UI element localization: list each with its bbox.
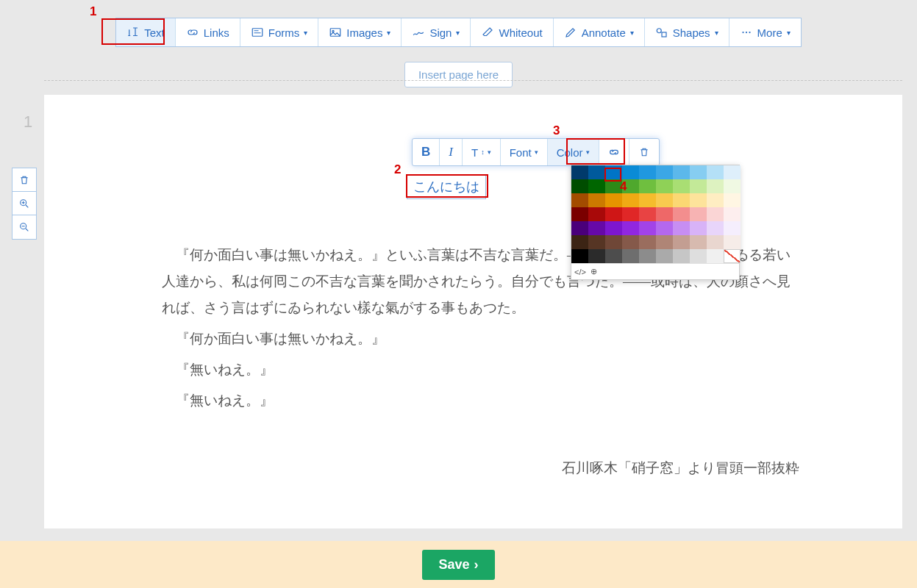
- color-swatch[interactable]: [673, 235, 690, 249]
- color-swatch[interactable]: [639, 221, 656, 235]
- toolbar-shapes[interactable]: Shapes ▾: [645, 18, 729, 46]
- color-swatch[interactable]: [588, 165, 605, 179]
- color-swatch[interactable]: [639, 165, 656, 179]
- color-swatch[interactable]: [588, 207, 605, 221]
- color-swatch[interactable]: [690, 235, 707, 249]
- doc-paragraph: 『何か面白い事は無いかねえ。』: [162, 326, 799, 352]
- color-swatch[interactable]: [724, 165, 741, 179]
- color-swatch[interactable]: [588, 193, 605, 207]
- color-swatch[interactable]: [622, 221, 639, 235]
- color-swatch[interactable]: [707, 193, 724, 207]
- color-swatch[interactable]: [673, 193, 690, 207]
- color-swatch[interactable]: [571, 179, 588, 193]
- toolbar-more[interactable]: More ▾: [729, 18, 801, 46]
- color-swatch[interactable]: [690, 165, 707, 179]
- color-swatch[interactable]: [571, 221, 588, 235]
- zoom-out-button[interactable]: [13, 215, 36, 239]
- color-swatch[interactable]: [639, 207, 656, 221]
- font-button[interactable]: Font▾: [501, 139, 548, 165]
- code-icon[interactable]: </>: [574, 268, 586, 276]
- color-swatch[interactable]: [622, 235, 639, 249]
- bold-button[interactable]: B: [413, 139, 440, 165]
- color-swatch[interactable]: [673, 207, 690, 221]
- color-swatch[interactable]: [571, 193, 588, 207]
- color-swatch[interactable]: [724, 221, 741, 235]
- color-swatch[interactable]: [656, 193, 673, 207]
- color-swatch[interactable]: [673, 165, 690, 179]
- color-swatch[interactable]: [639, 235, 656, 249]
- toolbar-sign[interactable]: Sign ▾: [402, 18, 471, 46]
- color-swatch[interactable]: [571, 165, 588, 179]
- color-swatch[interactable]: [605, 221, 622, 235]
- color-swatch[interactable]: [690, 179, 707, 193]
- dots-icon: [740, 26, 753, 39]
- color-swatch[interactable]: [656, 235, 673, 249]
- color-swatch[interactable]: [622, 165, 639, 179]
- inserted-text-box[interactable]: こんにちは: [407, 174, 486, 199]
- color-swatch[interactable]: [588, 179, 605, 193]
- text-size-button[interactable]: T↕▾: [463, 139, 501, 165]
- toolbar-images[interactable]: Images ▾: [318, 18, 402, 46]
- color-swatch[interactable]: [724, 235, 741, 249]
- color-swatch[interactable]: [605, 249, 622, 263]
- color-swatch[interactable]: [724, 193, 741, 207]
- svg-point-5: [742, 32, 743, 33]
- color-grid: [571, 165, 739, 263]
- color-swatch[interactable]: [605, 207, 622, 221]
- text-edit-icon: [126, 26, 140, 39]
- color-swatch[interactable]: [588, 235, 605, 249]
- color-swatch[interactable]: [707, 179, 724, 193]
- text-delete-button[interactable]: [629, 139, 659, 165]
- color-swatch[interactable]: [605, 235, 622, 249]
- caret-icon: ▾: [488, 148, 491, 156]
- color-button[interactable]: Color▾: [548, 139, 599, 165]
- color-swatch[interactable]: [622, 207, 639, 221]
- color-swatch[interactable]: [656, 165, 673, 179]
- color-swatch[interactable]: [605, 165, 622, 179]
- color-swatch[interactable]: [605, 193, 622, 207]
- color-swatch[interactable]: [673, 179, 690, 193]
- italic-button[interactable]: I: [440, 139, 463, 165]
- toolbar-whiteout[interactable]: Whiteout: [471, 18, 553, 46]
- color-swatch[interactable]: [724, 249, 741, 263]
- color-swatch[interactable]: [724, 207, 741, 221]
- color-swatch[interactable]: [707, 221, 724, 235]
- toolbar-links[interactable]: Links: [176, 18, 240, 46]
- color-swatch[interactable]: [690, 249, 707, 263]
- color-swatch[interactable]: [656, 221, 673, 235]
- color-swatch[interactable]: [707, 249, 724, 263]
- delete-page-button[interactable]: [13, 168, 36, 192]
- color-swatch[interactable]: [690, 207, 707, 221]
- updown-icon: ↕: [481, 148, 485, 156]
- color-swatch[interactable]: [571, 207, 588, 221]
- color-swatch[interactable]: [588, 221, 605, 235]
- color-swatch[interactable]: [588, 249, 605, 263]
- color-swatch[interactable]: [639, 193, 656, 207]
- color-swatch[interactable]: [639, 179, 656, 193]
- color-swatch[interactable]: [622, 249, 639, 263]
- color-swatch[interactable]: [724, 179, 741, 193]
- color-swatch[interactable]: [673, 249, 690, 263]
- color-swatch[interactable]: [690, 193, 707, 207]
- color-swatch[interactable]: [707, 207, 724, 221]
- color-swatch[interactable]: [707, 165, 724, 179]
- save-button[interactable]: Save ›: [422, 550, 494, 580]
- color-swatch[interactable]: [571, 235, 588, 249]
- color-swatch[interactable]: [673, 221, 690, 235]
- target-icon[interactable]: ⊕: [590, 267, 597, 276]
- zoom-in-button[interactable]: [13, 192, 36, 215]
- toolbar-text[interactable]: Text: [116, 18, 176, 46]
- color-swatch[interactable]: [656, 179, 673, 193]
- color-swatch[interactable]: [639, 249, 656, 263]
- color-swatch[interactable]: [656, 207, 673, 221]
- color-swatch[interactable]: [571, 249, 588, 263]
- color-swatch[interactable]: [690, 221, 707, 235]
- color-swatch[interactable]: [622, 193, 639, 207]
- insert-page-button[interactable]: Insert page here: [404, 62, 513, 87]
- image-icon: [329, 26, 342, 39]
- color-swatch[interactable]: [656, 249, 673, 263]
- toolbar-forms[interactable]: Forms ▾: [240, 18, 319, 46]
- text-link-button[interactable]: [599, 139, 629, 165]
- toolbar-annotate[interactable]: Annotate ▾: [554, 18, 645, 46]
- color-swatch[interactable]: [707, 235, 724, 249]
